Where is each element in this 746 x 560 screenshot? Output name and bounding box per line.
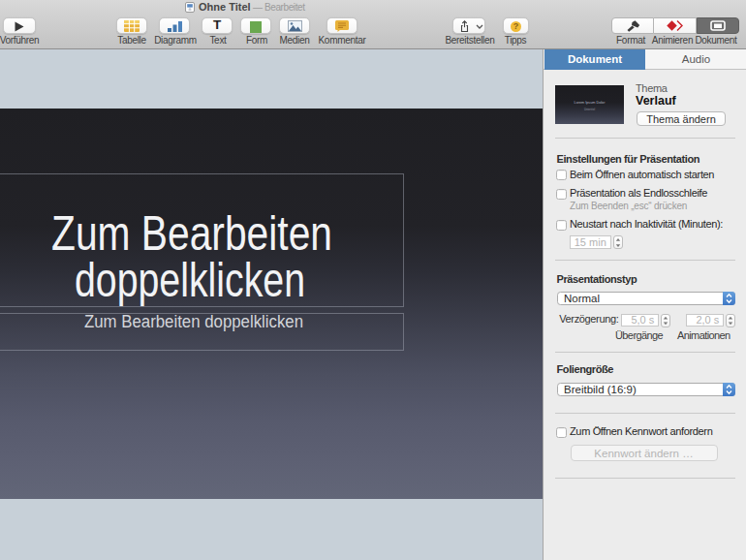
svg-text:doppelklicken: doppelklicken bbox=[75, 253, 305, 306]
svg-text:Zum Bearbeiten: Zum Bearbeiten bbox=[51, 206, 332, 260]
svg-text:Zum Bearbeiten doppelklicken: Zum Bearbeiten doppelklicken bbox=[84, 312, 303, 331]
